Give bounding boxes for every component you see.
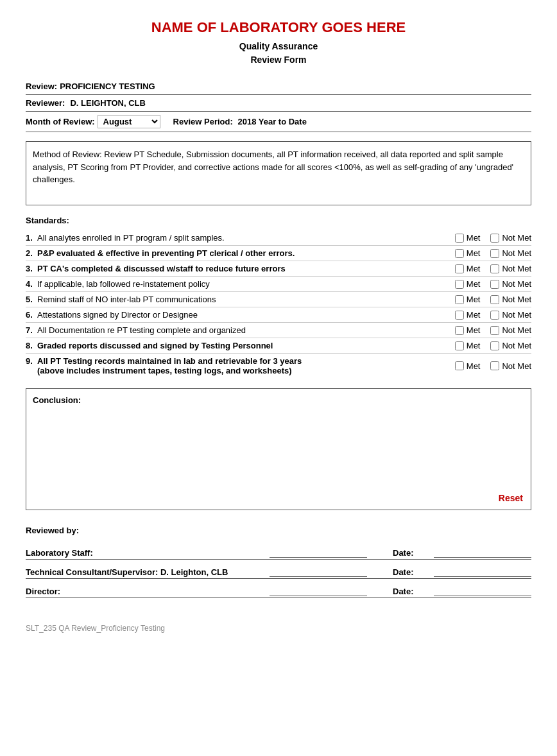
method-of-review-text: Method of Review: Review PT Schedule, Su… [33, 150, 513, 184]
review-row: Review: PROFICIENCY TESTING [26, 78, 531, 95]
not-met-checkbox-label[interactable]: Not Met [490, 361, 531, 371]
standard-num: 2. [26, 248, 37, 258]
reviewer-row: Reviewer: D. LEIGHTON, CLB [26, 95, 531, 112]
met-label: Met [467, 310, 481, 320]
not-met-label: Not Met [502, 361, 531, 371]
standard-num: 9. [26, 356, 37, 366]
subtitle-line1: Quality Assurance [26, 40, 531, 53]
standards-title: Standards: [26, 216, 531, 225]
conclusion-textarea[interactable] [33, 409, 524, 499]
reviewer-value: D. LEIGHTON, CLB [70, 98, 145, 108]
standards-section: Standards: 1. All analytes enrolled in P… [26, 216, 531, 378]
checkbox-group: Met Not Met [390, 341, 531, 350]
standard-row: 7. All Documentation re PT testing compl… [26, 323, 531, 338]
reset-button[interactable]: Reset [499, 493, 523, 503]
not-met-label: Not Met [502, 279, 531, 289]
met-label: Met [467, 295, 481, 304]
standard-text: P&P evaluated & effective in preventing … [37, 248, 295, 258]
met-label: Met [467, 233, 481, 243]
not-met-label: Not Met [502, 248, 531, 258]
month-label: Month of Review: [26, 117, 95, 126]
not-met-checkbox[interactable] [490, 311, 499, 320]
not-met-label: Not Met [502, 295, 531, 304]
review-label: Review: [26, 82, 57, 91]
met-checkbox[interactable] [455, 326, 464, 335]
not-met-checkbox-label[interactable]: Not Met [490, 325, 531, 335]
not-met-checkbox-label[interactable]: Not Met [490, 248, 531, 258]
not-met-checkbox-label[interactable]: Not Met [490, 233, 531, 243]
not-met-checkbox[interactable] [490, 326, 499, 335]
standard-row: 4. If applicable, lab followed re-instat… [26, 277, 531, 292]
checkbox-group: Met Not Met [390, 356, 531, 375]
not-met-checkbox[interactable] [490, 280, 499, 289]
signature-row: Laboratory Staff: Date: [26, 543, 531, 560]
checkbox-group: Met Not Met [390, 264, 531, 273]
met-label: Met [467, 279, 481, 289]
standard-text: Remind staff of NO inter-lab PT communic… [37, 295, 216, 304]
conclusion-title: Conclusion: [33, 395, 524, 405]
signature-rows: Laboratory Staff: Date: Technical Consul… [26, 543, 531, 598]
met-checkbox-label[interactable]: Met [455, 279, 481, 289]
not-met-checkbox[interactable] [490, 361, 499, 370]
met-checkbox-label[interactable]: Met [455, 325, 481, 335]
not-met-label: Not Met [502, 233, 531, 243]
signature-row: Technical Consultant/Supervisor: D. Leig… [26, 562, 531, 579]
checkbox-group: Met Not Met [390, 248, 531, 258]
met-checkbox-label[interactable]: Met [455, 233, 481, 243]
month-select[interactable]: JanuaryFebruaryMarchAprilMayJuneJulyAugu… [98, 115, 160, 128]
sig-label: Technical Consultant/Supervisor: D. Leig… [26, 567, 270, 577]
standard-num: 7. [26, 325, 37, 335]
met-checkbox[interactable] [455, 311, 464, 320]
standard-num: 3. [26, 264, 37, 273]
month-row: Month of Review: JanuaryFebruaryMarchApr… [26, 112, 531, 132]
standard-row: 3. PT CA's completed & discussed w/staff… [26, 261, 531, 277]
not-met-label: Not Met [502, 264, 531, 273]
met-label: Met [467, 264, 481, 273]
not-met-checkbox-label[interactable]: Not Met [490, 264, 531, 273]
met-checkbox-label[interactable]: Met [455, 341, 481, 350]
signatures-section: Reviewed by: Laboratory Staff: Date: Tec… [26, 526, 531, 598]
not-met-checkbox[interactable] [490, 341, 499, 350]
footer-text: SLT_235 QA Review_Proficiency Testing [26, 624, 531, 633]
standard-text: If applicable, lab followed re-instateme… [37, 279, 210, 289]
standard-row: 8. Graded reports discussed and signed b… [26, 338, 531, 354]
method-of-review-box: Method of Review: Review PT Schedule, Su… [26, 141, 531, 205]
standard-row: 6. Attestations signed by Director or De… [26, 307, 531, 323]
checkbox-group: Met Not Met [390, 325, 531, 335]
not-met-checkbox-label[interactable]: Not Met [490, 295, 531, 304]
met-checkbox[interactable] [455, 295, 464, 304]
standard-row: 2. P&P evaluated & effective in preventi… [26, 246, 531, 261]
sig-date-label: Date: [393, 587, 431, 596]
met-checkbox[interactable] [455, 280, 464, 289]
not-met-checkbox[interactable] [490, 234, 499, 243]
met-checkbox[interactable] [455, 249, 464, 258]
not-met-checkbox-label[interactable]: Not Met [490, 341, 531, 350]
not-met-checkbox-label[interactable]: Not Met [490, 279, 531, 289]
review-period: Review Period: 2018 Year to Date [173, 117, 307, 126]
met-checkbox-label[interactable]: Met [455, 310, 481, 320]
met-checkbox[interactable] [455, 264, 464, 273]
met-checkbox-label[interactable]: Met [455, 248, 481, 258]
not-met-checkbox[interactable] [490, 264, 499, 273]
met-label: Met [467, 361, 481, 371]
standard-num: 6. [26, 310, 37, 320]
reviewer-label: Reviewer: [26, 98, 65, 108]
checkbox-group: Met Not Met [390, 310, 531, 320]
not-met-checkbox-label[interactable]: Not Met [490, 310, 531, 320]
not-met-checkbox[interactable] [490, 295, 499, 304]
met-checkbox[interactable] [455, 341, 464, 350]
lab-title: NAME OF LABORATORY GOES HERE [26, 19, 531, 36]
met-checkbox[interactable] [455, 234, 464, 243]
met-checkbox-label[interactable]: Met [455, 264, 481, 273]
met-checkbox-label[interactable]: Met [455, 295, 481, 304]
subtitle-line2: Review Form [26, 53, 531, 67]
met-checkbox-label[interactable]: Met [455, 361, 481, 371]
not-met-checkbox[interactable] [490, 249, 499, 258]
met-checkbox[interactable] [455, 361, 464, 370]
sig-label: Director: [26, 587, 270, 596]
signature-row: Director: Date: [26, 581, 531, 598]
checkbox-group: Met Not Met [390, 295, 531, 304]
standard-text: All Documentation re PT testing complete… [37, 325, 246, 335]
standard-row: 9. All PT Testing records maintained in … [26, 354, 531, 378]
review-value: PROFICIENCY TESTING [60, 82, 155, 91]
